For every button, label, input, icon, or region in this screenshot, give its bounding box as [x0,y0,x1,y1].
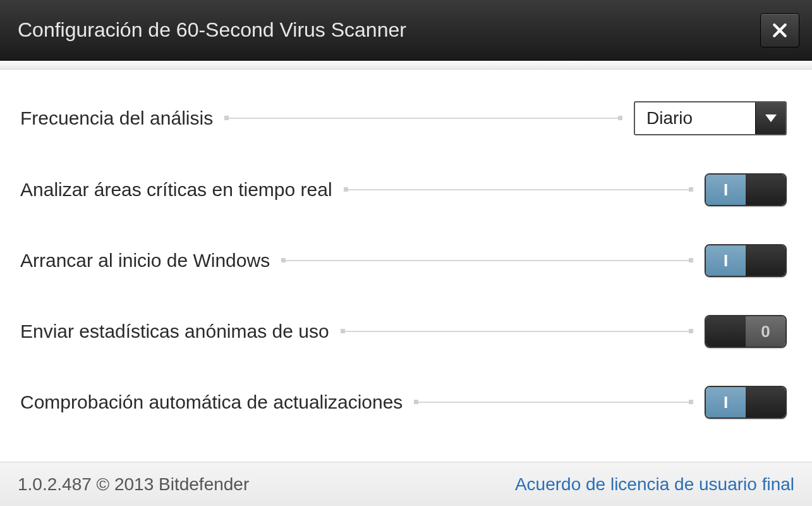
toggle-on-indicator: I [706,175,746,205]
settings-window: Configuración de 60-Second Virus Scanner… [0,0,812,506]
toggle-start-with-windows[interactable]: I [705,244,787,277]
toggle-knob [746,387,785,417]
toggle-knob [706,316,746,347]
toggle-on-indicator: I [706,245,746,276]
footer-bar: 1.0.2.487 © 2013 Bitdefender Acuerdo de … [0,462,812,506]
toggle-anonymous-stats[interactable]: 0 [705,315,787,348]
row-realtime-scan: Analizar áreas críticas en tiempo real I [20,173,787,206]
row-anonymous-stats: Enviar estadísticas anónimas de uso 0 [20,315,787,348]
toggle-off-indicator: 0 [746,316,785,347]
close-button[interactable] [760,13,799,47]
toggle-auto-update[interactable]: I [705,386,787,419]
scan-frequency-select[interactable]: Diario [634,101,787,135]
scan-frequency-value: Diario [635,102,755,134]
chevron-down-icon [765,114,777,122]
divider-line [341,331,693,332]
label-start-with-windows: Arrancar al inicio de Windows [20,250,270,271]
label-scan-frequency: Frecuencia del análisis [20,108,213,129]
divider-line [344,189,693,190]
toggle-knob [746,245,785,276]
version-copyright: 1.0.2.487 © 2013 Bitdefender [18,474,249,495]
eula-link[interactable]: Acuerdo de licencia de usuario final [515,474,794,495]
divider-line [281,260,693,261]
sub-titlebar [0,61,812,70]
divider-line [414,402,693,403]
toggle-knob [746,175,785,205]
row-auto-update: Comprobación automática de actualizacion… [20,386,787,419]
divider-line [224,118,622,119]
settings-content: Frecuencia del análisis Diario Analizar … [0,70,812,462]
window-title: Configuración de 60-Second Virus Scanner [18,18,406,42]
dropdown-button[interactable] [755,102,785,134]
toggle-on-indicator: I [706,387,746,417]
close-icon [772,22,788,39]
label-anonymous-stats: Enviar estadísticas anónimas de uso [20,321,329,342]
label-realtime-scan: Analizar áreas críticas en tiempo real [20,179,332,201]
titlebar: Configuración de 60-Second Virus Scanner [0,0,812,61]
row-scan-frequency: Frecuencia del análisis Diario [20,101,787,135]
svg-marker-2 [765,114,777,122]
label-auto-update: Comprobación automática de actualizacion… [20,392,403,413]
toggle-realtime-scan[interactable]: I [705,173,787,206]
row-start-with-windows: Arrancar al inicio de Windows I [20,244,787,277]
